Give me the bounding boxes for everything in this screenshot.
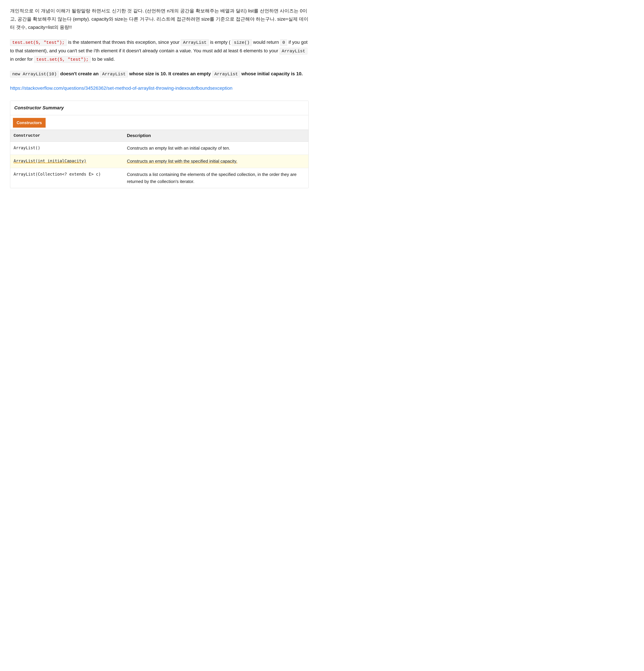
constructor-table: Constructor Description ArrayList()Const…: [10, 130, 308, 188]
table-row: ArrayList()Constructs an empty list with…: [10, 141, 308, 155]
paragraph-2: new ArrayList(10) doesn't create an Arra…: [10, 69, 308, 78]
link-container: https://stackoverflow.com/questions/3452…: [10, 84, 308, 92]
description-cell: Constructs an empty list with the specif…: [124, 155, 308, 168]
code-zero: 0: [280, 39, 287, 46]
constructor-cell: ArrayList(int initialCapacity): [10, 155, 124, 168]
code-arraylist-3: ArrayList: [100, 71, 128, 77]
constructor-summary-title: Constructor Summary: [10, 101, 308, 115]
code-arraylist-4: ArrayList: [212, 71, 240, 77]
description-cell: Constructs a list containing the element…: [124, 168, 308, 188]
col-header-description: Description: [124, 130, 308, 142]
code-arraylist-1: ArrayList: [181, 39, 209, 46]
code-test-set-1: test.set(5, "test");: [10, 39, 67, 46]
code-test-set-2: test.set(5, "test");: [34, 56, 91, 63]
code-size: size(): [232, 39, 252, 46]
constructor-summary: Constructor Summary Constructors Constru…: [10, 101, 308, 188]
constructors-tab: Constructors: [13, 118, 46, 128]
korean-paragraph: 개인적으로 이 개념이 이해가 될랑말랑 하면서도 신기한 것 같다. (선언하…: [10, 7, 308, 31]
table-row: ArrayList(Collection<? extends E> c)Cons…: [10, 168, 308, 188]
paragraph-1: test.set(5, "test"); is the statement th…: [10, 38, 308, 64]
code-new-arraylist: new ArrayList(10): [10, 71, 59, 77]
stackoverflow-link[interactable]: https://stackoverflow.com/questions/3452…: [10, 86, 232, 91]
col-header-constructor: Constructor: [10, 130, 124, 142]
code-arraylist-2: ArrayList: [280, 48, 307, 54]
constructor-cell: ArrayList(): [10, 141, 124, 155]
table-row: ArrayList(int initialCapacity)Constructs…: [10, 155, 308, 168]
constructor-cell: ArrayList(Collection<? extends E> c): [10, 168, 124, 188]
description-cell: Constructs an empty list with an initial…: [124, 141, 308, 155]
